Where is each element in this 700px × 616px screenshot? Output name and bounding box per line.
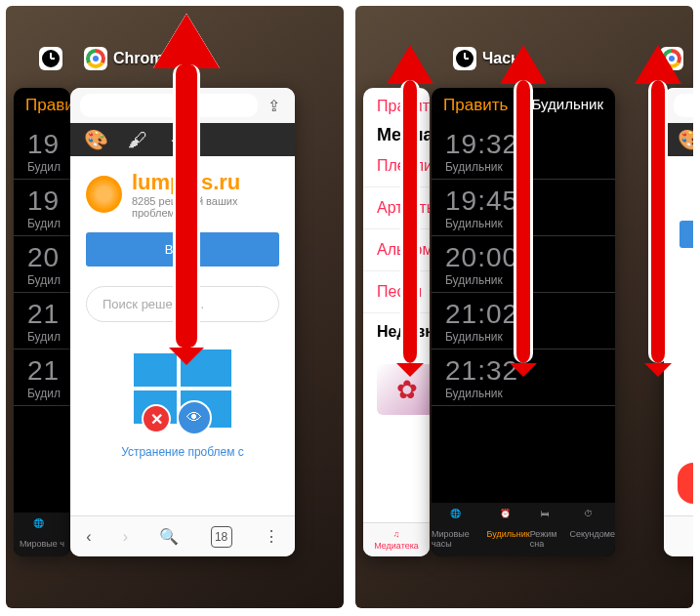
world-clock-tab[interactable]: 🌐Мировые часы — [432, 509, 487, 549]
album-art-gear-icon[interactable]: ✿ — [377, 364, 430, 415]
article-title[interactable]: Устранение проблем с — [121, 445, 244, 459]
brush-icon[interactable]: 🖌 — [128, 129, 147, 151]
clock-card-partial[interactable]: Прави 19Будил19Будил20Будил21Будил21Буди… — [14, 88, 70, 556]
tabs-button[interactable]: 18 — [211, 526, 232, 548]
share-icon[interactable]: ⇪ — [268, 97, 285, 114]
alarm-row[interactable]: 21Будил — [14, 293, 70, 349]
clock-app-header: Часы — [453, 47, 524, 70]
site-name: lumpics.ru — [132, 170, 279, 195]
clock-app-header — [39, 47, 62, 70]
music-row[interactable]: Песни — [363, 271, 430, 313]
search-input[interactable]: Поиск решения... — [86, 286, 279, 322]
clock-icon — [39, 47, 62, 70]
chrome-card[interactable]: ⇪ 🎨 🖌 ＋ lumpics.ru 8285 решений ваших пр… — [70, 88, 295, 556]
url-field[interactable] — [80, 94, 258, 117]
edit-button[interactable]: Прави — [25, 96, 70, 115]
stopwatch-tab[interactable]: ⏱Секундоме — [570, 509, 615, 549]
music-note-icon: ♫ — [393, 529, 400, 539]
music-library-tab[interactable]: ♫ Медиатека — [374, 529, 419, 551]
alarm-row[interactable]: 20:00Будильник — [432, 236, 615, 293]
music-card[interactable]: Править Медиатека ПлейлистыАртистыАльбом… — [363, 88, 430, 556]
alarm-row[interactable]: 21Будил — [14, 349, 70, 406]
music-row[interactable]: Плейлисты — [363, 145, 430, 187]
app-switcher-right[interactable]: Править Медиатека ПлейлистыАртистыАльбом… — [355, 6, 693, 608]
chrome-icon — [84, 47, 107, 70]
clock-icon — [453, 47, 476, 70]
sleep-tab[interactable]: 🛏Режим сна — [530, 509, 570, 549]
site-logo-icon — [86, 176, 122, 213]
page-content: lumpics.ru 8285 решений ваших проблем Во… — [70, 156, 295, 515]
chrome-app-header: Chrome — [84, 47, 172, 70]
plus-icon[interactable]: ＋ — [167, 127, 186, 153]
alarm-row[interactable]: 21:32Будильник — [432, 349, 615, 406]
edit-button[interactable]: Править — [443, 96, 508, 115]
error-icon: ✕ — [142, 404, 171, 433]
music-title: Медиатека — [363, 125, 430, 145]
login-button[interactable]: Войти — [86, 232, 279, 267]
chrome-app-header — [660, 47, 683, 70]
alarm-row[interactable]: 19:45Будильник — [432, 180, 615, 236]
app-switcher-left[interactable]: Прави 19Будил19Будил20Будил21Будил21Буди… — [6, 6, 344, 608]
monitor-eye-icon: 👁 — [177, 400, 212, 435]
alarm-tab[interactable]: ⏰Будильник — [487, 509, 530, 549]
music-row[interactable]: Артисты — [363, 187, 430, 229]
record-button-edge[interactable] — [678, 463, 693, 504]
alarm-row[interactable]: 19:32Будильник — [432, 123, 615, 180]
clock-screen-title: Будильник — [532, 96, 603, 115]
chrome-label: Chrome — [113, 50, 172, 67]
search-icon[interactable]: 🔍 — [159, 527, 179, 546]
windows-logo: ✕ 👁 — [134, 349, 231, 428]
site-tagline: 8285 решений ваших проблем — [132, 195, 279, 219]
forward-icon: › — [123, 528, 128, 546]
alarm-row[interactable]: 20Будил — [14, 236, 70, 293]
music-row[interactable]: Альбомы — [363, 229, 430, 271]
clock-card[interactable]: Править Будильник 19:32Будильник19:45Буд… — [432, 88, 615, 556]
alarm-row[interactable]: 19Будил — [14, 123, 70, 180]
music-edit[interactable]: Править — [363, 88, 430, 125]
clock-label: Часы — [482, 50, 524, 67]
chrome-bottom-bar: ‹ › 🔍 18 ⋮ — [70, 515, 295, 556]
music-recent: Недавно — [363, 313, 430, 350]
chrome-icon — [660, 47, 683, 70]
palette-icon[interactable]: 🎨 — [84, 128, 108, 151]
alarm-row[interactable]: 21:02Будильник — [432, 293, 615, 349]
world-clock-tab[interactable]: 🌐 Мировые ч — [20, 518, 64, 549]
url-bar[interactable]: ⇪ — [70, 88, 295, 123]
back-icon[interactable]: ‹ — [86, 528, 91, 546]
tool-strip: 🎨 🖌 ＋ — [70, 123, 295, 156]
alarm-row[interactable]: 19Будил — [14, 180, 70, 236]
menu-icon[interactable]: ⋮ — [264, 527, 279, 546]
